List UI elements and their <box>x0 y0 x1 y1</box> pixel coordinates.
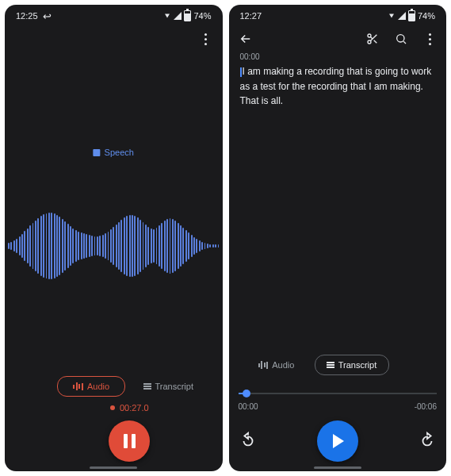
status-bar: 12:25 ↩ 74% <box>5 5 223 25</box>
transcript-content: I am making a recording that is going to… <box>240 66 432 106</box>
tab-audio-label: Audio <box>87 382 109 391</box>
play-icon <box>333 434 344 448</box>
tab-transcript-label: Transcript <box>338 360 377 370</box>
nav-bar-pill[interactable] <box>90 466 137 469</box>
time-current: 00:00 <box>239 402 258 411</box>
tab-transcript-label: Transcript <box>155 382 194 391</box>
audio-icon <box>73 382 83 390</box>
audio-icon <box>258 361 269 369</box>
tab-audio-label: Audio <box>272 360 294 370</box>
time-remaining: -00:06 <box>415 402 437 411</box>
rewind-button[interactable] <box>239 431 258 450</box>
signal-icon <box>398 12 406 20</box>
recording-timer: 00:27.0 <box>110 403 149 413</box>
transcript-icon <box>327 362 334 368</box>
forward-button[interactable] <box>418 431 437 450</box>
wifi-icon <box>165 14 170 18</box>
app-bar <box>5 25 223 49</box>
status-notification-icon: ↩ <box>43 10 52 22</box>
app-bar <box>229 25 447 49</box>
more-icon <box>199 33 213 45</box>
tab-transcript[interactable]: Transcript <box>135 377 201 396</box>
battery-percent: 74% <box>193 11 211 21</box>
battery-percent: 74% <box>418 11 435 21</box>
transcript-icon <box>143 383 151 390</box>
forward-icon <box>419 432 436 449</box>
back-icon <box>239 32 253 46</box>
playback-progress[interactable] <box>239 386 438 401</box>
play-button[interactable] <box>317 420 358 462</box>
status-bar: 12:27 74% <box>229 5 447 25</box>
tab-transcript[interactable]: Transcript <box>315 355 389 375</box>
text-cursor <box>240 67 242 77</box>
cut-icon <box>366 33 379 45</box>
audio-waveform <box>5 198 223 294</box>
transcript-text[interactable]: I am making a recording that is going to… <box>229 63 447 109</box>
pause-icon <box>124 434 136 448</box>
battery-icon <box>184 10 191 21</box>
recording-time-value: 00:27.0 <box>120 403 149 413</box>
svg-point-0 <box>368 34 371 37</box>
nav-bar-pill[interactable] <box>314 466 361 469</box>
progress-knob[interactable] <box>243 390 250 397</box>
playback-time-row: 00:00 -00:06 <box>239 402 438 411</box>
svg-point-2 <box>397 35 404 42</box>
tab-audio[interactable]: Audio <box>248 355 305 374</box>
svg-point-1 <box>368 40 371 44</box>
search-button[interactable] <box>392 30 410 48</box>
speech-classification-chip: Speech <box>94 148 134 157</box>
pause-recording-button[interactable] <box>109 420 150 462</box>
recorder-recording-screen: 12:25 ↩ 74% Speech <box>5 5 223 471</box>
rewind-icon <box>239 432 257 449</box>
recorder-transcript-screen: 12:27 74% <box>229 5 447 471</box>
speech-icon <box>94 149 101 156</box>
view-tabs: Audio Transcript <box>57 376 201 397</box>
more-icon <box>422 33 437 45</box>
speech-label: Speech <box>105 148 134 157</box>
more-menu-button[interactable] <box>421 30 438 48</box>
status-time: 12:25 <box>16 11 38 21</box>
signal-icon <box>174 12 182 20</box>
back-button[interactable] <box>237 30 254 48</box>
status-time: 12:27 <box>240 11 262 21</box>
search-icon <box>395 33 407 45</box>
progress-track <box>239 393 438 394</box>
battery-icon <box>408 10 415 21</box>
tab-audio[interactable]: Audio <box>57 376 125 397</box>
view-tabs: Audio Transcript <box>248 355 438 375</box>
transcript-timestamp: 00:00 <box>229 49 447 63</box>
wifi-icon <box>389 14 394 18</box>
crop-button[interactable] <box>364 30 381 48</box>
recording-indicator-icon <box>110 405 115 410</box>
more-menu-button[interactable] <box>197 30 215 48</box>
